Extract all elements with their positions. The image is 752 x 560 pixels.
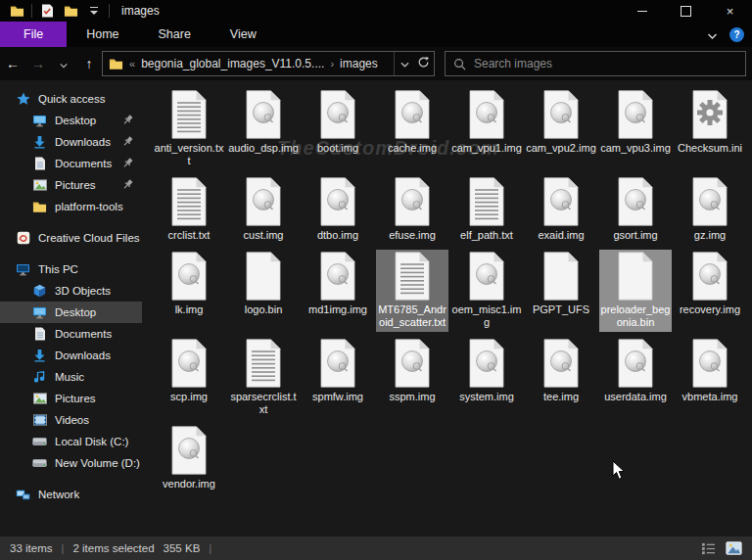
monitor-icon xyxy=(32,114,47,128)
file-type-img-icon xyxy=(318,90,357,139)
sidebar-item-desktop[interactable]: Desktop xyxy=(0,110,142,131)
file-item[interactable]: cam_vpu2.img xyxy=(525,88,597,158)
file-item[interactable]: tee.img xyxy=(525,337,597,406)
file-item[interactable]: elf_path.txt xyxy=(450,175,523,245)
help-icon[interactable]: ? xyxy=(729,27,744,42)
sidebar-item-platform-tools[interactable]: platform-tools xyxy=(0,196,142,217)
file-item[interactable]: scp.img xyxy=(153,337,225,406)
file-item[interactable]: spmfw.img xyxy=(302,337,374,406)
file-item[interactable]: preloader_begonia.bin xyxy=(599,250,672,332)
sidebar-item-quick-access[interactable]: Quick access xyxy=(0,88,142,110)
file-item[interactable]: PGPT_UFS xyxy=(525,250,597,319)
details-view-button[interactable] xyxy=(701,542,716,555)
back-button[interactable]: ← xyxy=(0,56,25,71)
sidebar-item-downloads[interactable]: Downloads xyxy=(0,131,142,153)
breadcrumb-separator[interactable]: › xyxy=(330,58,334,70)
properties-icon[interactable] xyxy=(38,2,56,20)
expand-ribbon-icon[interactable] xyxy=(707,25,718,43)
tab-share[interactable]: Share xyxy=(139,22,211,47)
file-name: logo.bin xyxy=(228,303,299,316)
up-button[interactable]: ↑ xyxy=(76,56,102,71)
refresh-icon[interactable] xyxy=(417,56,430,71)
tab-home[interactable]: Home xyxy=(67,22,138,47)
breadcrumb-truncation[interactable]: « xyxy=(129,58,135,70)
new-folder-icon[interactable] xyxy=(62,2,79,20)
file-name: lk.img xyxy=(154,303,224,316)
sidebar-item-new-volume-d-[interactable]: New Volume (D:) xyxy=(0,452,142,474)
file-name: exaid.img xyxy=(526,229,596,242)
file-item[interactable]: oem_misc1.img xyxy=(450,250,523,332)
sidebar-item-network[interactable]: Network xyxy=(0,484,142,505)
file-type-img-icon xyxy=(616,177,655,226)
tab-view[interactable]: View xyxy=(211,22,276,47)
sidebar-item-documents[interactable]: Documents xyxy=(0,323,142,345)
sidebar-item-label: Quick access xyxy=(38,93,105,105)
breadcrumb-parent[interactable]: begonia_global_images_V11.0.5.... xyxy=(141,57,324,70)
file-item[interactable]: lk.img xyxy=(153,250,225,319)
caret-bar xyxy=(90,7,98,9)
file-item[interactable]: cache.img xyxy=(376,88,448,158)
file-item[interactable]: cam_vpu3.img xyxy=(599,88,672,158)
file-item[interactable]: cam_vpu1.img xyxy=(450,88,523,158)
file-type-img-icon xyxy=(467,339,506,388)
sidebar-item-videos[interactable]: Videos xyxy=(0,409,142,431)
sidebar-item-this-pc[interactable]: This PC xyxy=(0,258,142,280)
sidebar-item-desktop[interactable]: Desktop xyxy=(0,302,142,323)
file-item[interactable]: audio_dsp.img xyxy=(227,88,300,158)
file-grid: anti_version.txtaudio_dsp.imgboot.imgcac… xyxy=(142,80,752,493)
file-item[interactable]: userdata.img xyxy=(599,337,672,406)
maximize-button[interactable] xyxy=(664,0,708,22)
file-item[interactable]: crclist.txt xyxy=(153,175,225,245)
file-type-img-icon xyxy=(169,426,209,475)
sidebar-item-downloads[interactable]: Downloads xyxy=(0,345,142,366)
sidebar-item-pictures[interactable]: Pictures xyxy=(0,388,142,409)
file-item[interactable]: vendor.img xyxy=(153,424,225,493)
recent-locations-icon[interactable] xyxy=(51,56,76,71)
sidebar-item-music[interactable]: Music xyxy=(0,366,142,388)
file-item[interactable]: exaid.img xyxy=(525,175,597,245)
file-name: preloader_begonia.bin xyxy=(600,303,671,329)
file-name: recovery.img xyxy=(675,303,745,316)
address-box[interactable]: « begonia_global_images_V11.0.5.... › im… xyxy=(102,51,435,76)
file-item[interactable]: cust.img xyxy=(227,175,300,245)
file-item[interactable]: md1img.img xyxy=(302,250,374,319)
file-item[interactable]: gz.img xyxy=(674,175,746,245)
search-box[interactable]: Search images xyxy=(445,51,746,76)
file-item[interactable]: efuse.img xyxy=(376,175,448,245)
file-name: scp.img xyxy=(154,391,224,403)
file-item[interactable]: system.img xyxy=(450,337,523,406)
minimize-button[interactable] xyxy=(620,0,664,22)
file-item[interactable]: dtbo.img xyxy=(302,175,374,245)
disk-icon xyxy=(32,456,47,471)
large-icons-view-button[interactable] xyxy=(726,541,742,555)
file-item[interactable]: anti_version.txt xyxy=(153,88,225,170)
file-item[interactable]: vbmeta.img xyxy=(674,337,746,406)
file-item[interactable]: recovery.img xyxy=(674,250,746,319)
tab-file[interactable]: File xyxy=(0,22,67,47)
sidebar-item-documents[interactable]: Documents xyxy=(0,153,142,174)
sidebar-item-local-disk-c-[interactable]: Local Disk (C:) xyxy=(0,431,142,452)
forward-button[interactable]: → xyxy=(25,56,51,71)
file-item[interactable]: sspm.img xyxy=(376,337,448,406)
breadcrumb-current[interactable]: images xyxy=(340,57,378,70)
sidebar-item-label: Pictures xyxy=(55,393,96,404)
file-type-img-icon xyxy=(616,90,655,139)
file-item[interactable]: boot.img xyxy=(302,88,374,158)
sidebar-item-creative-cloud-files[interactable]: Creative Cloud Files xyxy=(0,227,142,249)
file-name: sparsecrclist.txt xyxy=(228,391,299,416)
file-name: vendor.img xyxy=(154,478,224,490)
file-item[interactable]: MT6785_Android_scatter.txt xyxy=(376,250,448,332)
file-type-txt-icon xyxy=(169,177,209,226)
sidebar-item-pictures[interactable]: Pictures xyxy=(0,174,142,196)
file-item[interactable]: Checksum.ini xyxy=(674,88,746,158)
file-list-pane[interactable]: TheCustomDroid.com anti_version.txtaudio… xyxy=(142,80,752,537)
status-bar: 33 items | 2 items selected 355 KB | xyxy=(0,537,752,560)
customize-toolbar-icon[interactable] xyxy=(85,2,103,20)
file-item[interactable]: gsort.img xyxy=(599,175,672,245)
file-item[interactable]: logo.bin xyxy=(227,250,300,319)
address-dropdown-icon[interactable] xyxy=(400,57,409,70)
close-button[interactable]: × xyxy=(708,0,752,22)
sidebar-item-3d-objects[interactable]: 3D Objects xyxy=(0,280,142,302)
file-item[interactable]: sparsecrclist.txt xyxy=(227,337,300,419)
cube-icon xyxy=(32,284,47,299)
